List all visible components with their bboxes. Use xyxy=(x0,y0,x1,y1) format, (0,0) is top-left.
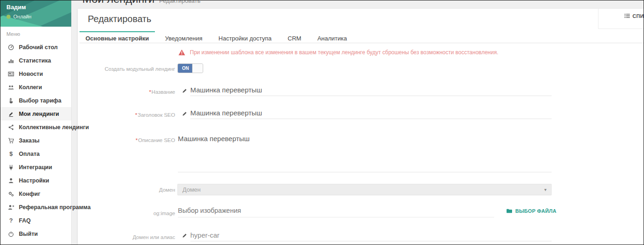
sidebar-menu: Рабочий стол Статистика Новости Коллеги … xyxy=(0,40,71,240)
sidebar-item-label: Выбор тарифа xyxy=(19,97,61,104)
tab-crm[interactable]: CRM xyxy=(282,31,308,43)
sidebar-item-label: Заказы xyxy=(19,137,40,144)
sidebar-item-label: Конфиг xyxy=(19,191,40,197)
toggle-on-label: ON xyxy=(178,64,193,73)
sidebar-item-referral[interactable]: Реферальная программа xyxy=(0,200,71,214)
sidebar-item-label: Реферальная программа xyxy=(19,204,91,211)
name-input[interactable] xyxy=(190,85,552,96)
user-status-label: Онлайн xyxy=(13,14,31,19)
sidebar-item-orders[interactable]: Заказы xyxy=(0,134,71,147)
main-content: Мои лендинги Редактировать Редактировать… xyxy=(72,0,644,245)
tab-access-settings[interactable]: Настройки доступа xyxy=(212,31,278,43)
gears-icon xyxy=(6,191,16,197)
folder-icon xyxy=(506,208,513,214)
sidebar-item-label: Коллеги xyxy=(19,84,42,91)
dashboard-icon xyxy=(6,44,16,51)
menu-section-label: Меню xyxy=(6,31,71,37)
choose-file-label: ВЫБОР ФАЙЛА xyxy=(515,208,557,214)
sidebar-item-label: Интеграции xyxy=(19,164,52,171)
og-image-label: og:image xyxy=(78,211,175,216)
choose-file-button[interactable]: ВЫБОР ФАЙЛА xyxy=(506,208,557,214)
plug-icon xyxy=(6,164,16,171)
sidebar-item-label: Оплата xyxy=(19,151,40,157)
og-image-input[interactable] xyxy=(178,206,494,217)
sidebar-item-label: Коллективные лендинги xyxy=(19,124,89,131)
domain-alias-label: Домен или алиас xyxy=(78,234,175,240)
page-title: Редактировать xyxy=(88,14,151,24)
question-icon: ? xyxy=(6,217,16,224)
cart-icon xyxy=(6,137,16,144)
sidebar: Вадим Онлайн Меню Рабочий стол Статистик… xyxy=(0,0,72,245)
sidebar-item-collective-landings[interactable]: Коллективные лендинги xyxy=(0,120,71,134)
user-status: Онлайн xyxy=(6,14,31,19)
user-name: Вадим xyxy=(6,4,26,11)
warning-icon xyxy=(178,49,185,56)
sidebar-item-statistics[interactable]: Статистика xyxy=(0,54,71,67)
sidebar-item-dashboard[interactable]: Рабочий стол xyxy=(0,40,71,54)
power-icon xyxy=(6,231,16,237)
list-icon xyxy=(624,13,630,19)
sidebar-item-faq[interactable]: ? FAQ xyxy=(0,214,71,227)
user-icon xyxy=(6,177,16,184)
sidebar-item-my-landings[interactable]: Мои лендинги xyxy=(0,107,71,120)
newspaper-icon xyxy=(6,71,16,77)
users-icon xyxy=(6,84,16,91)
toggle-knob xyxy=(192,64,203,73)
sidebar-user-panel: Вадим Онлайн xyxy=(0,0,71,27)
online-status-icon xyxy=(6,15,11,19)
share-icon xyxy=(6,124,16,131)
sidebar-item-tariff[interactable]: Выбор тарифа xyxy=(0,94,71,107)
edit-card: Редактировать СПИСОК Основные настройки … xyxy=(78,9,644,245)
pen-icon xyxy=(6,111,16,117)
sidebar-item-logout[interactable]: Выйти xyxy=(0,227,71,240)
breadcrumb-sub: Редактировать xyxy=(159,0,200,4)
seo-title-label: *Заголовок SEO xyxy=(78,112,175,118)
sidebar-item-label: Новости xyxy=(19,71,43,77)
sidebar-item-label: Статистика xyxy=(19,57,51,64)
app-window: Вадим Онлайн Меню Рабочий стол Статистик… xyxy=(0,0,644,245)
pencil-icon xyxy=(182,232,188,240)
bar-chart-icon xyxy=(6,57,16,64)
pencil-icon xyxy=(182,87,188,96)
sidebar-item-settings[interactable]: Настройки xyxy=(0,174,71,187)
sidebar-item-label: Рабочий стол xyxy=(19,44,57,51)
sidebar-item-label: Мои лендинги xyxy=(19,111,59,117)
sidebar-item-integrations[interactable]: Интеграции xyxy=(0,160,71,174)
domain-alias-input[interactable] xyxy=(190,230,552,241)
sidebar-item-config[interactable]: Конфиг xyxy=(0,187,71,200)
dollar-icon: $ xyxy=(6,150,16,157)
domain-select-value: Домен xyxy=(182,186,544,193)
caret-down-icon: ▾ xyxy=(544,187,547,192)
sidebar-item-label: FAQ xyxy=(19,217,31,224)
hand-pointer-icon xyxy=(6,97,16,104)
breadcrumb: Мои лендинги Редактировать xyxy=(82,0,200,6)
modular-landing-label: Создать модульный лендинг xyxy=(78,66,175,72)
modular-landing-toggle[interactable]: ON xyxy=(177,63,203,73)
tab-analytics[interactable]: Аналитика xyxy=(311,31,353,43)
seo-description-textarea[interactable]: Машинка перевертыш xyxy=(178,134,552,172)
name-label: *Название xyxy=(78,89,175,95)
seo-title-input[interactable] xyxy=(190,108,552,119)
breadcrumb-title: Мои лендинги xyxy=(82,0,154,6)
sidebar-item-colleagues[interactable]: Коллеги xyxy=(0,80,71,94)
sidebar-item-payment[interactable]: $ Оплата xyxy=(0,147,71,160)
list-button-label: СПИСОК xyxy=(633,13,644,19)
sidebar-item-news[interactable]: Новости xyxy=(0,67,71,80)
sidebar-item-label: Настройки xyxy=(19,177,49,184)
tab-main-settings[interactable]: Основные настройки xyxy=(80,31,155,43)
warning-text: При изменении шаблона все изменения в ва… xyxy=(190,49,498,56)
tab-bar: Основные настройки Уведомления Настройки… xyxy=(80,31,644,43)
seo-description-label: *Описание SEO xyxy=(78,137,175,143)
domain-select[interactable]: Домен ▾ xyxy=(177,184,552,195)
user-plus-icon xyxy=(6,204,16,211)
domain-label: Домен xyxy=(78,187,175,193)
pencil-icon xyxy=(182,110,188,119)
sidebar-item-label: Выйти xyxy=(19,231,38,237)
tab-notifications[interactable]: Уведомления xyxy=(159,31,208,43)
card-tools-divider xyxy=(598,9,644,29)
list-button[interactable]: СПИСОК xyxy=(624,13,644,19)
